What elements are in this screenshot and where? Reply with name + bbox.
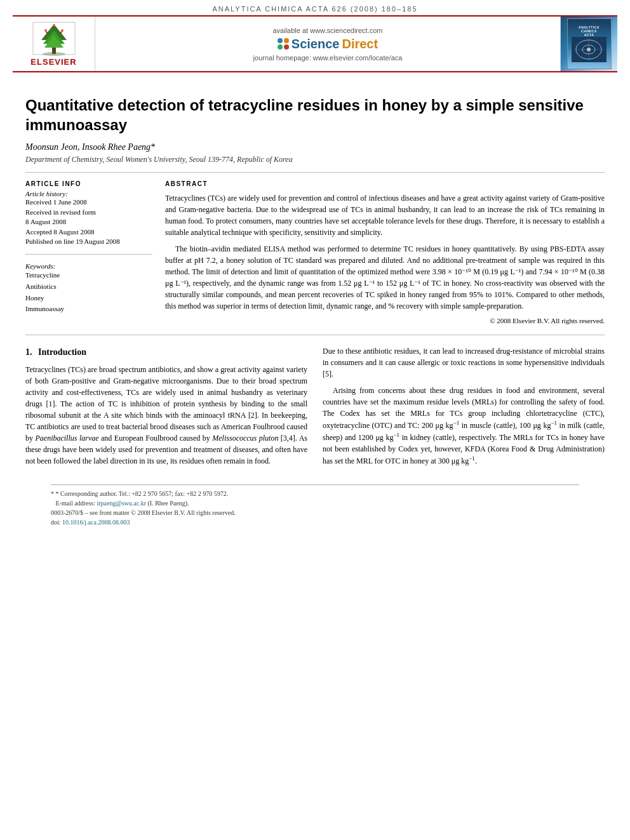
footer-doi: doi: 10.1016/j.aca.2008.08.003 bbox=[51, 517, 579, 527]
footer-email-line: E-mail address: irpaeng@swu.ac.kr (I. Rh… bbox=[51, 498, 579, 508]
footer-email-link[interactable]: irpaeng@swu.ac.kr bbox=[97, 500, 146, 507]
authors: Moonsun Jeon, Insook Rhee Paeng* bbox=[25, 142, 605, 152]
keywords-section: Keywords: Tetracycline Antibiotics Honey… bbox=[25, 262, 152, 314]
article-info-panel: ARTICLE INFO Article history: Received 1… bbox=[25, 180, 152, 324]
intro-col1-para1: Tetracyclines (TCs) are broad spectrum a… bbox=[25, 364, 307, 467]
body-col-left: 1. Introduction Tetracyclines (TCs) are … bbox=[25, 345, 307, 472]
history-label: Article history: bbox=[25, 190, 152, 197]
keywords-list: Tetracycline Antibiotics Honey Immunoass… bbox=[25, 270, 152, 314]
journal-header-text: ANALYTICA CHIMICA ACTA 626 (2008) 180–18… bbox=[212, 5, 417, 13]
sd-dot-1 bbox=[278, 38, 283, 43]
elsevier-logo: ELSEVIER bbox=[13, 17, 95, 71]
affiliation: Department of Chemistry, Seoul Women's U… bbox=[25, 155, 605, 164]
keyword-3: Honey bbox=[25, 293, 152, 304]
footer: * * Corresponding author. Tel.: +82 2 97… bbox=[51, 484, 579, 527]
available-text: available at www.sciencedirect.com bbox=[272, 27, 382, 34]
abstract-section: ABSTRACT Tetracyclines (TCs) are widely … bbox=[165, 180, 605, 324]
author-names: Moonsun Jeon, Insook Rhee Paeng* bbox=[25, 142, 155, 152]
elsevier-brand-text: ELSEVIER bbox=[30, 57, 76, 67]
body-col-right: Due to these antibiotic residues, it can… bbox=[323, 345, 605, 472]
article-history-section: ARTICLE INFO Article history: Received 1… bbox=[25, 180, 152, 246]
body-divider bbox=[25, 335, 605, 335]
received-date-1: Received 1 June 2008 bbox=[25, 197, 152, 207]
journal-homepage-text: journal homepage: www.elsevier.com/locat… bbox=[253, 54, 403, 62]
footer-email-name: (I. Rhee Paeng). bbox=[148, 500, 189, 507]
footer-issn: 0003-2670/$ – see front matter © 2008 El… bbox=[51, 508, 579, 517]
published-date: Published on line 19 August 2008 bbox=[25, 237, 152, 246]
elsevier-tree-icon bbox=[32, 21, 76, 56]
info-divider bbox=[25, 254, 152, 255]
main-content: Quantitative detection of tetracycline r… bbox=[0, 72, 630, 546]
sd-dot-2 bbox=[284, 38, 289, 43]
header-bar: ELSEVIER available at www.sciencedirect.… bbox=[13, 15, 617, 72]
cover-inner: ANALYTICA CHIMICA ACTA bbox=[567, 18, 612, 69]
science-text: Science bbox=[292, 37, 340, 51]
header-center: available at www.sciencedirect.com Scien… bbox=[95, 17, 560, 71]
article-title: Quantitative detection of tetracycline r… bbox=[25, 95, 605, 135]
intro-col2-para1: Due to these antibiotic residues, it can… bbox=[323, 345, 605, 380]
section-title-text: Introduction bbox=[38, 347, 86, 357]
corresponding-label: * bbox=[51, 490, 56, 497]
svg-point-1 bbox=[43, 52, 65, 56]
direct-text: Direct bbox=[342, 37, 378, 51]
svg-point-8 bbox=[61, 29, 64, 32]
abstract-heading: ABSTRACT bbox=[165, 180, 605, 187]
journal-cover-image: ANALYTICA CHIMICA ACTA bbox=[560, 17, 617, 71]
keywords-label: Keywords: bbox=[25, 262, 152, 270]
article-meta: ARTICLE INFO Article history: Received 1… bbox=[25, 180, 605, 324]
sd-dot-3 bbox=[278, 44, 283, 50]
doi-link[interactable]: 10.1016/j.aca.2008.08.003 bbox=[62, 519, 130, 526]
copyright-notice: © 2008 Elsevier B.V. All rights reserved… bbox=[165, 317, 605, 324]
abstract-para-1: Tetracyclines (TCs) are widely used for … bbox=[165, 192, 605, 238]
received-date-2: 8 August 2008 bbox=[25, 217, 152, 227]
doi-label: doi: bbox=[51, 519, 61, 526]
section-number: 1. bbox=[25, 347, 32, 357]
keyword-2: Antibiotics bbox=[25, 281, 152, 293]
abstract-text: Tetracyclines (TCs) are widely used for … bbox=[165, 192, 605, 312]
svg-point-6 bbox=[44, 29, 47, 32]
cover-figure-icon bbox=[572, 37, 607, 62]
body-columns: 1. Introduction Tetracyclines (TCs) are … bbox=[25, 345, 605, 472]
keyword-4: Immunoassay bbox=[25, 303, 152, 315]
email-label: E-mail address: bbox=[56, 500, 95, 507]
article-info-heading: ARTICLE INFO bbox=[25, 180, 152, 187]
sd-dots-icon bbox=[278, 38, 289, 50]
corresponding-text: * Corresponding author. Tel.: +82 2 970 … bbox=[56, 490, 229, 497]
sciencedirect-logo: Science Direct bbox=[278, 37, 378, 51]
sd-dot-4 bbox=[284, 44, 289, 50]
journal-header: ANALYTICA CHIMICA ACTA 626 (2008) 180–18… bbox=[0, 0, 630, 15]
page-container: ANALYTICA CHIMICA ACTA 626 (2008) 180–18… bbox=[0, 0, 630, 840]
abstract-para-2: The biotin–avidin mediated ELISA method … bbox=[165, 243, 605, 312]
footer-corresponding: * * Corresponding author. Tel.: +82 2 97… bbox=[51, 489, 579, 498]
divider-1 bbox=[25, 172, 605, 173]
intro-col2-para2: Arising from concerns about these drug r… bbox=[323, 385, 605, 467]
received-revised-label: Received in revised form bbox=[25, 208, 152, 217]
keyword-1: Tetracycline bbox=[25, 270, 152, 281]
section-1-title: 1. Introduction bbox=[25, 345, 307, 359]
svg-point-10 bbox=[53, 24, 55, 27]
accepted-date: Accepted 8 August 2008 bbox=[25, 227, 152, 237]
